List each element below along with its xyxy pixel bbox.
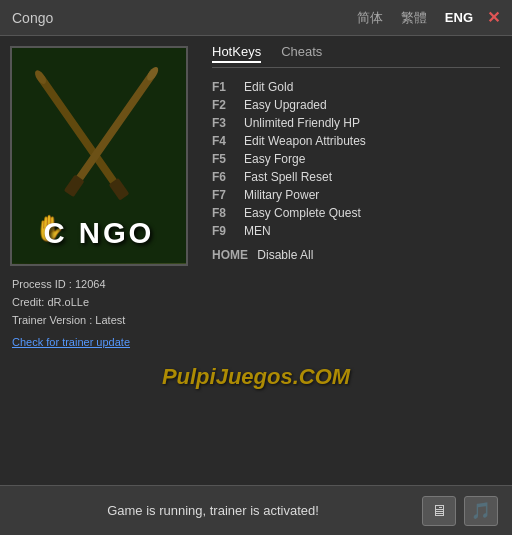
hotkey-action: Unlimited Friendly HP (244, 116, 360, 130)
language-buttons: 简体 繁體 ENG ✕ (353, 7, 500, 29)
hotkey-action: Edit Gold (244, 80, 293, 94)
game-title: Congo (12, 10, 53, 26)
tab-hotkeys[interactable]: HotKeys (212, 44, 261, 63)
left-panel: ✋ C NGO Process ID : 12064 Credit: dR.oL… (0, 36, 200, 485)
status-bar: Game is running, trainer is activated! 🖥… (0, 485, 512, 535)
hotkey-action: Easy Forge (244, 152, 305, 166)
hotkeys-list: F1Edit GoldF2Easy UpgradedF3Unlimited Fr… (212, 80, 500, 238)
monitor-icon-button[interactable]: 🖥 (422, 496, 456, 526)
hotkey-key: F4 (212, 134, 244, 148)
hotkey-key: F6 (212, 170, 244, 184)
hotkey-key: F8 (212, 206, 244, 220)
check-update-link[interactable]: Check for trainer update (12, 336, 130, 348)
hotkey-key: F2 (212, 98, 244, 112)
credit-label: Credit: (12, 296, 44, 308)
credit-line: Credit: dR.oLLe (12, 296, 130, 308)
close-button[interactable]: ✕ (487, 8, 500, 27)
music-icon-button[interactable]: 🎵 (464, 496, 498, 526)
hotkey-action: MEN (244, 224, 271, 238)
hotkey-item: F3Unlimited Friendly HP (212, 116, 500, 130)
status-icons: 🖥 🎵 (422, 496, 498, 526)
game-cover-image: ✋ C NGO (10, 46, 188, 266)
music-icon: 🎵 (471, 501, 491, 520)
title-bar: Congo 简体 繁體 ENG ✕ (0, 0, 512, 36)
hotkey-item: F7Military Power (212, 188, 500, 202)
hotkey-item: F5Easy Forge (212, 152, 500, 166)
hotkey-item: F2Easy Upgraded (212, 98, 500, 112)
home-action: Disable All (257, 248, 313, 262)
hotkey-action: Easy Upgraded (244, 98, 327, 112)
hotkey-item: F8Easy Complete Quest (212, 206, 500, 220)
hotkey-key: F9 (212, 224, 244, 238)
process-id-label: Process ID : 12064 (12, 278, 130, 290)
lang-simplified-btn[interactable]: 简体 (353, 7, 387, 29)
home-action-line: HOME Disable All (212, 248, 500, 262)
monitor-icon: 🖥 (431, 502, 447, 520)
home-key: HOME (212, 248, 248, 262)
right-panel: HotKeys Cheats F1Edit GoldF2Easy Upgrade… (200, 36, 512, 485)
main-content: ✋ C NGO Process ID : 12064 Credit: dR.oL… (0, 36, 512, 485)
svg-text:C  NGO: C NGO (44, 216, 155, 249)
hotkey-item: F1Edit Gold (212, 80, 500, 94)
lang-traditional-btn[interactable]: 繁體 (397, 7, 431, 29)
hotkey-key: F7 (212, 188, 244, 202)
tabs: HotKeys Cheats (212, 44, 500, 68)
hotkey-item: F4Edit Weapon Attributes (212, 134, 500, 148)
process-info: Process ID : 12064 Credit: dR.oLLe Train… (10, 278, 132, 350)
trainer-version-label: Trainer Version : Latest (12, 314, 130, 326)
hotkey-item: F9MEN (212, 224, 500, 238)
hotkey-item: F6Fast Spell Reset (212, 170, 500, 184)
hotkey-key: F5 (212, 152, 244, 166)
hotkey-action: Fast Spell Reset (244, 170, 332, 184)
credit-value: dR.oLLe (47, 296, 89, 308)
tab-cheats[interactable]: Cheats (281, 44, 322, 63)
hotkey-action: Edit Weapon Attributes (244, 134, 366, 148)
status-message: Game is running, trainer is activated! (14, 503, 412, 518)
hotkey-action: Military Power (244, 188, 319, 202)
hotkey-action: Easy Complete Quest (244, 206, 361, 220)
lang-english-btn[interactable]: ENG (441, 8, 477, 27)
hotkey-key: F3 (212, 116, 244, 130)
hotkey-key: F1 (212, 80, 244, 94)
